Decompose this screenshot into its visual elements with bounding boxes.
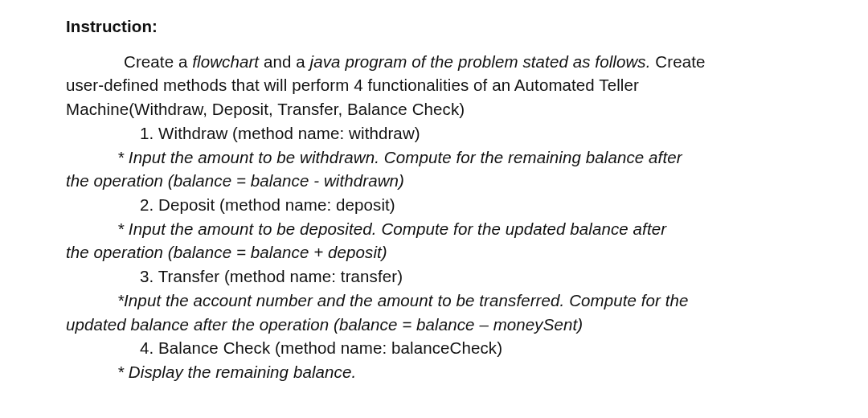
intro-text-1b-flowchart: flowchart (192, 52, 259, 71)
intro-text-1a: Create a (124, 52, 192, 71)
intro-text-1d-java-program: java program of the problem stated as fo… (310, 52, 651, 71)
intro-text-1e: Create (651, 52, 706, 71)
item-2-note-b: the operation (balance = balance + depos… (66, 240, 852, 264)
intro-line-1: Create a flowchart and a java program of… (66, 50, 852, 74)
intro-line-2: user-defined methods that will perform 4… (66, 73, 852, 97)
item-3-note-b: updated balance after the operation (bal… (66, 313, 852, 337)
item-1-note-a: * Input the amount to be withdrawn. Comp… (66, 145, 852, 170)
item-3-title: 3. Transfer (method name: transfer) (66, 264, 852, 289)
item-1-note-b: the operation (balance = balance - withd… (66, 169, 852, 193)
item-4-note: * Display the remaining balance. (66, 360, 852, 384)
item-3-note-a: *Input the account number and the amount… (66, 289, 852, 313)
instruction-heading: Instruction: (66, 14, 852, 39)
intro-text-1c: and a (259, 52, 309, 71)
item-1-title: 1. Withdraw (method name: withdraw) (66, 121, 852, 145)
item-2-note-a: * Input the amount to be deposited. Comp… (66, 217, 852, 241)
intro-line-3: Machine(Withdraw, Deposit, Transfer, Bal… (66, 97, 852, 121)
item-2-title: 2. Deposit (method name: deposit) (66, 193, 852, 217)
document-body: Instruction: Create a flowchart and a ja… (0, 0, 868, 400)
item-4-title: 4. Balance Check (method name: balanceCh… (66, 336, 852, 360)
